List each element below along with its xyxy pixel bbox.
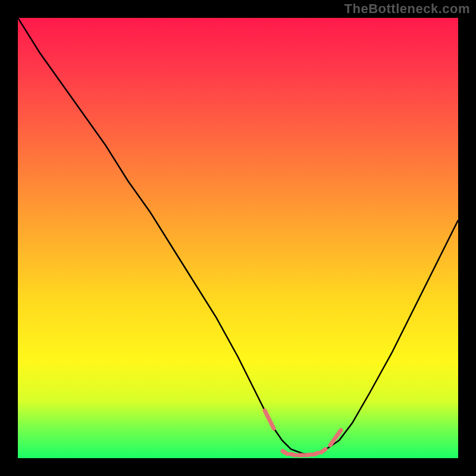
- marker-bottom-2: [290, 454, 295, 455]
- curve-path: [18, 18, 458, 454]
- marker-left: [265, 411, 274, 428]
- chart-frame: TheBottleneck.com: [0, 0, 476, 476]
- marker-bottom-6: [321, 449, 325, 452]
- bottleneck-curve: [18, 18, 458, 458]
- marker-bottom-1: [283, 451, 287, 454]
- watermark-label: TheBottleneck.com: [345, 1, 470, 17]
- marker-bottom-4: [306, 455, 311, 455]
- plot-area: [18, 18, 458, 458]
- marker-bottom-5: [314, 453, 318, 455]
